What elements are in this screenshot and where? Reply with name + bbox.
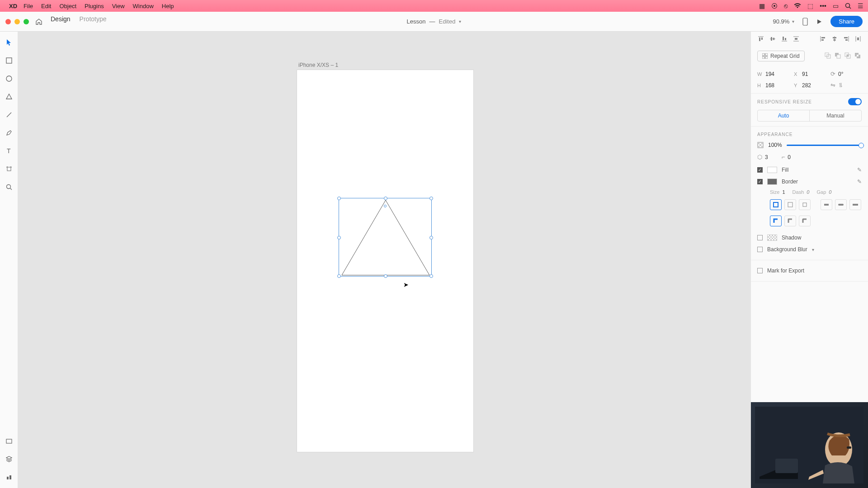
cap-butt[interactable] [821, 199, 832, 210]
resize-handle-e[interactable] [429, 236, 433, 239]
artboard-tool[interactable] [5, 164, 14, 174]
canvas[interactable]: iPhone X/XS – 1 ➤ [18, 32, 750, 488]
fill-checkbox[interactable]: ✓ [757, 167, 763, 173]
y-field[interactable]: Y282 [794, 82, 825, 89]
rotation-field[interactable]: ⟳0° [830, 70, 862, 77]
minimize-button[interactable] [14, 19, 20, 24]
boolean-add-icon[interactable] [825, 52, 832, 60]
play-icon[interactable] [816, 19, 822, 25]
align-bottom-icon[interactable] [781, 35, 788, 42]
assets-icon[interactable] [5, 436, 14, 446]
stroke-size[interactable]: 1 [782, 189, 785, 195]
join-miter[interactable] [770, 216, 782, 226]
status-icon[interactable]: ▦ [759, 2, 765, 9]
bgblur-checkbox[interactable] [757, 247, 763, 252]
stroke-align-outer[interactable] [799, 199, 811, 210]
menu-view[interactable]: View [112, 3, 125, 9]
align-vcenter-icon[interactable] [769, 35, 776, 42]
menu-edit[interactable]: Edit [41, 3, 51, 9]
border-swatch[interactable] [767, 178, 777, 185]
rectangle-tool[interactable] [5, 56, 14, 65]
resize-handle-nw[interactable] [337, 197, 341, 200]
opacity-value[interactable]: 100% [768, 142, 782, 148]
artboard[interactable] [297, 70, 473, 452]
menu-file[interactable]: File [24, 3, 33, 9]
close-button[interactable] [5, 19, 11, 24]
text-tool[interactable]: T [5, 146, 14, 155]
ellipse-tool[interactable] [5, 74, 14, 83]
join-round[interactable] [784, 216, 796, 226]
chevron-down-icon[interactable]: ▾ [812, 247, 814, 252]
zoom-tool[interactable] [5, 183, 14, 192]
boolean-intersect-icon[interactable] [844, 52, 852, 60]
align-top-icon[interactable] [757, 35, 764, 42]
align-right-icon[interactable] [843, 35, 850, 42]
triangle-shape[interactable] [339, 198, 432, 277]
menu-plugins[interactable]: Plugins [85, 3, 104, 9]
responsive-auto[interactable]: Auto [758, 110, 810, 121]
distribute-h-icon[interactable] [854, 35, 862, 42]
width-field[interactable]: W194 [757, 71, 788, 77]
document-title[interactable]: Lesson — Edited ▾ [407, 18, 462, 25]
stroke-align-center[interactable] [784, 199, 796, 210]
device-preview-icon[interactable] [802, 18, 808, 26]
more-icon[interactable]: ••• [820, 2, 826, 9]
share-button[interactable]: Share [830, 16, 863, 27]
corner-radius-handle[interactable] [384, 205, 387, 207]
tab-design[interactable]: Design [51, 15, 71, 34]
layers-icon[interactable] [5, 455, 14, 464]
resize-handle-ne[interactable] [429, 197, 433, 200]
boolean-subtract-icon[interactable] [835, 52, 842, 60]
menu-icon[interactable]: ☰ [858, 2, 863, 9]
height-field[interactable]: H168 [757, 82, 788, 89]
tab-prototype[interactable]: Prototype [80, 15, 107, 28]
corner-count-field[interactable]: ⬡3 [757, 154, 768, 160]
corner-radius-field[interactable]: ⌐0 [782, 154, 791, 160]
stroke-align-inner[interactable] [770, 199, 782, 210]
border-checkbox[interactable]: ✓ [757, 179, 763, 184]
maximize-button[interactable] [24, 19, 29, 24]
selection-bounds[interactable] [339, 198, 432, 277]
wifi-icon[interactable] [794, 3, 801, 9]
align-hcenter-icon[interactable] [831, 35, 838, 42]
stroke-dash[interactable]: 0 [807, 189, 809, 195]
cap-round[interactable] [835, 199, 847, 210]
shadow-checkbox[interactable] [757, 235, 763, 240]
join-bevel[interactable] [799, 216, 811, 226]
fill-swatch[interactable] [767, 167, 777, 173]
resize-handle-sw[interactable] [337, 274, 341, 278]
polygon-tool[interactable] [5, 92, 14, 101]
stroke-gap[interactable]: 0 [829, 189, 831, 195]
flip-v-icon[interactable]: ⥮ [838, 82, 843, 89]
date-icon[interactable]: ▭ [833, 2, 839, 9]
boolean-exclude-icon[interactable] [854, 52, 862, 60]
search-icon[interactable] [845, 3, 851, 9]
x-field[interactable]: X91 [794, 71, 825, 77]
distribute-v-icon[interactable] [793, 35, 800, 42]
pen-tool[interactable] [5, 128, 14, 137]
plugins-icon[interactable] [5, 473, 14, 482]
resize-handle-n[interactable] [384, 197, 387, 200]
resize-handle-se[interactable] [429, 274, 433, 278]
select-tool[interactable] [5, 38, 14, 47]
home-icon[interactable] [35, 18, 42, 25]
menu-help[interactable]: Help [162, 3, 174, 9]
artboard-label[interactable]: iPhone X/XS – 1 [298, 62, 338, 68]
resize-handle-w[interactable] [337, 236, 341, 239]
zoom-control[interactable]: 90.9% ▾ [773, 18, 794, 25]
responsive-manual[interactable]: Manual [810, 110, 861, 121]
shadow-swatch[interactable] [767, 235, 777, 241]
eyedropper-icon[interactable]: ✎ [857, 167, 862, 173]
dropbox-icon[interactable]: ⬚ [807, 2, 813, 9]
opacity-slider[interactable] [787, 145, 862, 146]
resize-handle-s[interactable] [384, 274, 387, 278]
export-checkbox[interactable] [757, 268, 763, 273]
menu-object[interactable]: Object [59, 3, 76, 9]
flip-h-icon[interactable]: ⇋ [830, 82, 835, 89]
record-icon[interactable]: ⦿ [771, 2, 778, 9]
bluetooth-icon[interactable]: ⎋ [784, 2, 788, 9]
cap-square[interactable] [849, 199, 861, 210]
menu-window[interactable]: Window [133, 3, 154, 9]
eyedropper-icon[interactable]: ✎ [857, 178, 862, 185]
menubar-app-name[interactable]: XD [9, 3, 17, 9]
